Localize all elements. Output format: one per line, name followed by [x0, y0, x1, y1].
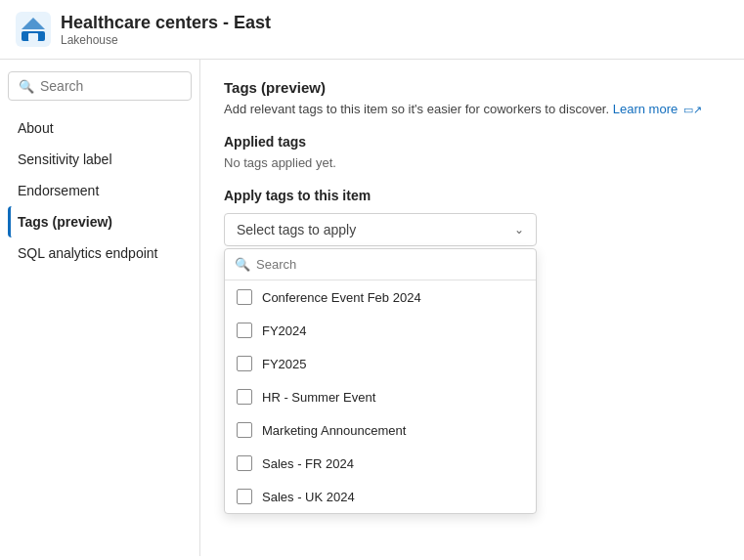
checkbox-sales-uk-2024[interactable] — [237, 489, 252, 504]
tag-option-marketing-announcement[interactable]: Marketing Announcement — [225, 413, 536, 447]
tag-option-hr-summer-event[interactable]: HR - Summer Event — [225, 380, 536, 413]
checkbox-conference-event[interactable] — [237, 289, 252, 305]
tag-label-conference-event: Conference Event Feb 2024 — [262, 290, 421, 305]
checkbox-marketing-announcement[interactable] — [237, 422, 252, 438]
tags-dropdown-panel: 🔍 Conference Event Feb 2024 FY2024 FY202 — [224, 248, 537, 514]
tag-label-marketing-announcement: Marketing Announcement — [262, 423, 406, 438]
checkbox-sales-fr-2024[interactable] — [237, 455, 252, 471]
tag-label-sales-fr-2024: Sales - FR 2024 — [262, 456, 354, 471]
tag-option-sales-uk-2024[interactable]: Sales - UK 2024 — [225, 480, 536, 513]
tag-option-fy2024[interactable]: FY2024 — [225, 314, 536, 347]
no-tags-text: No tags applied yet. — [224, 155, 721, 170]
tag-label-fy2024: FY2024 — [262, 323, 307, 338]
sidebar-item-sensitivity-label[interactable]: Sensitivity label — [8, 144, 192, 175]
tag-label-sales-uk-2024: Sales - UK 2024 — [262, 490, 355, 504]
dropdown-search-input[interactable] — [256, 257, 526, 272]
sidebar-item-tags-preview[interactable]: Tags (preview) — [8, 206, 192, 237]
dropdown-placeholder-text: Select tags to apply — [237, 222, 356, 237]
external-link-icon: ▭↗ — [683, 104, 702, 115]
header-text: Healthcare centers - East Lakehouse — [61, 13, 271, 47]
sidebar-search-input[interactable] — [40, 78, 181, 94]
tags-dropdown-container: Select tags to apply ⌄ 🔍 Conference Even… — [224, 213, 537, 246]
sidebar: 🔍 About Sensitivity label Endorsement Ta… — [0, 60, 200, 556]
tag-label-hr-summer-event: HR - Summer Event — [262, 390, 375, 405]
description-text: Add relevant tags to this item so it's e… — [224, 102, 721, 116]
tag-option-conference-event[interactable]: Conference Event Feb 2024 — [225, 280, 536, 314]
checkbox-hr-summer-event[interactable] — [237, 389, 252, 405]
checkbox-fy2024[interactable] — [237, 323, 252, 338]
applied-tags-label: Applied tags — [224, 134, 721, 150]
main-content: Tags (preview) Add relevant tags to this… — [200, 60, 744, 556]
tag-option-sales-fr-2024[interactable]: Sales - FR 2024 — [225, 447, 536, 480]
search-icon: 🔍 — [19, 79, 34, 94]
checkbox-fy2025[interactable] — [237, 356, 252, 371]
tag-options-list: Conference Event Feb 2024 FY2024 FY2025 … — [225, 280, 536, 513]
sidebar-item-endorsement[interactable]: Endorsement — [8, 175, 192, 206]
svg-rect-3 — [28, 33, 38, 41]
tags-dropdown-trigger[interactable]: Select tags to apply ⌄ — [224, 213, 537, 246]
dropdown-search-box[interactable]: 🔍 — [225, 249, 536, 280]
tag-option-fy2025[interactable]: FY2025 — [225, 347, 536, 380]
sidebar-item-about[interactable]: About — [8, 112, 192, 144]
chevron-down-icon: ⌄ — [514, 223, 524, 237]
dropdown-search-icon: 🔍 — [235, 257, 250, 272]
page-header: Healthcare centers - East Lakehouse — [0, 0, 744, 60]
section-title: Tags (preview) — [224, 79, 721, 96]
tag-label-fy2025: FY2025 — [262, 357, 307, 371]
learn-more-link[interactable]: Learn more — [613, 102, 678, 116]
page-subtitle: Lakehouse — [61, 33, 271, 47]
sidebar-search-box[interactable]: 🔍 — [8, 71, 192, 101]
apply-tags-label: Apply tags to this item — [224, 188, 721, 203]
lakehouse-icon — [16, 12, 51, 47]
sidebar-item-sql-analytics-endpoint[interactable]: SQL analytics endpoint — [8, 237, 192, 269]
page-title: Healthcare centers - East — [61, 13, 271, 33]
